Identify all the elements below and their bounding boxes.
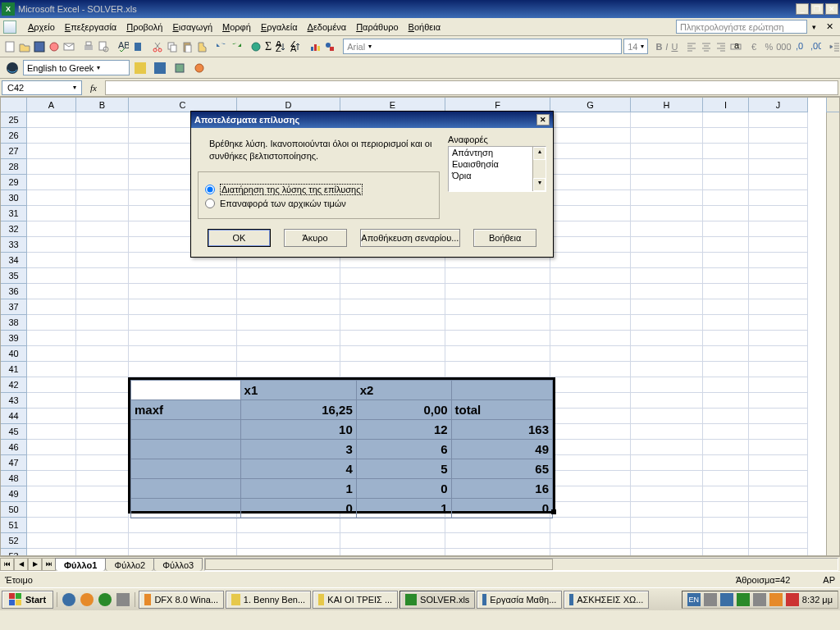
menu-Δεδομένα[interactable]: Δεδομένα (303, 21, 352, 34)
cell[interactable] (129, 362, 237, 377)
sheet-tab-2[interactable]: Φύλλο2 (105, 558, 154, 571)
cell[interactable] (550, 315, 631, 331)
row-header-26[interactable]: 26 (1, 128, 27, 144)
cell[interactable] (340, 362, 445, 377)
decrease-indent-icon[interactable] (829, 38, 840, 56)
cell[interactable] (703, 393, 749, 409)
cell[interactable] (76, 237, 129, 253)
cell[interactable] (27, 206, 76, 221)
fill-handle[interactable] (551, 509, 556, 514)
menu-Προβολή[interactable]: Προβολή (121, 21, 167, 34)
cell[interactable] (749, 284, 808, 299)
cell[interactable] (27, 471, 76, 486)
cell[interactable] (129, 268, 237, 284)
cell[interactable] (703, 409, 749, 424)
cell[interactable] (27, 221, 76, 237)
formula-input[interactable] (105, 80, 838, 95)
permission-icon[interactable] (48, 38, 61, 56)
cell[interactable] (76, 175, 129, 190)
decrease-decimal-icon[interactable]: ,00 (809, 38, 822, 56)
minimize-button[interactable]: _ (796, 3, 809, 15)
copy-icon[interactable] (166, 38, 179, 56)
autosum-icon[interactable]: Σ (264, 38, 272, 56)
row-header-25[interactable]: 25 (1, 112, 27, 128)
column-header-G[interactable]: G (550, 98, 631, 112)
sort-desc-icon[interactable]: ZA (289, 38, 302, 56)
cell[interactable] (749, 455, 808, 471)
cell[interactable] (340, 331, 445, 346)
cell[interactable] (703, 502, 749, 518)
cell[interactable] (703, 315, 749, 331)
restore-values-radio[interactable]: Επαναφορά των αρχικών τιμών (205, 199, 432, 208)
cell[interactable] (703, 190, 749, 206)
cell[interactable] (749, 362, 808, 377)
ask-question-box[interactable]: Πληκτρολογήστε ερώτηση (676, 20, 807, 34)
cell[interactable] (27, 284, 76, 299)
clock[interactable]: 8:32 μμ (802, 595, 833, 605)
cell[interactable] (550, 424, 631, 440)
taskbar-task[interactable]: SOLVER.xls (399, 591, 475, 609)
row-header-38[interactable]: 38 (1, 315, 27, 331)
redo-icon[interactable] (230, 38, 243, 56)
cell[interactable] (76, 206, 129, 221)
currency-icon[interactable]: € (749, 38, 762, 56)
menu-Εργαλεία[interactable]: Εργαλεία (256, 21, 303, 34)
cell[interactable] (76, 112, 129, 128)
row-header-34[interactable]: 34 (1, 253, 27, 268)
format-painter-icon[interactable] (195, 38, 208, 56)
cell[interactable] (550, 175, 631, 190)
new-icon[interactable] (3, 38, 16, 56)
percent-icon[interactable]: % (764, 38, 774, 56)
taskbar-task[interactable]: ΑΣΚΗΣΕΙΣ ΧΩ... (564, 591, 649, 609)
cell[interactable] (76, 533, 129, 549)
row-header-47[interactable]: 47 (1, 455, 27, 471)
cell[interactable] (749, 471, 808, 486)
cell[interactable] (550, 502, 631, 518)
cell[interactable] (631, 549, 703, 556)
cell[interactable] (550, 409, 631, 424)
menu-Παράθυρο[interactable]: Παράθυρο (351, 21, 403, 34)
increase-decimal-icon[interactable]: ,0 (794, 38, 807, 56)
cell[interactable] (749, 159, 808, 175)
list-item[interactable]: Όρια (449, 170, 546, 181)
scroll-up-icon[interactable]: ▴ (533, 147, 546, 160)
align-center-icon[interactable] (700, 38, 713, 56)
cell[interactable] (749, 346, 808, 362)
cell[interactable] (703, 455, 749, 471)
cell[interactable] (703, 253, 749, 268)
cell[interactable] (703, 362, 749, 377)
cell[interactable] (550, 221, 631, 237)
cell[interactable] (749, 175, 808, 190)
sort-asc-icon[interactable]: AZ (274, 38, 287, 56)
cell[interactable] (76, 128, 129, 144)
cell[interactable] (129, 284, 237, 299)
print-icon[interactable] (82, 38, 95, 56)
cell[interactable] (129, 331, 237, 346)
taskbar-task[interactable]: DFX 8.0 Wina... (139, 591, 224, 609)
cell[interactable] (749, 377, 808, 393)
cell[interactable] (550, 284, 631, 299)
cell[interactable] (27, 518, 76, 533)
cell[interactable] (27, 377, 76, 393)
cell[interactable] (631, 502, 703, 518)
cell[interactable] (749, 221, 808, 237)
dialog-title-bar[interactable]: Αποτελέσματα επίλυσης ✕ (191, 112, 553, 128)
cell[interactable] (749, 486, 808, 502)
cell[interactable] (703, 486, 749, 502)
menu-Εισαγωγή[interactable]: Εισαγωγή (167, 21, 217, 34)
cell[interactable] (749, 409, 808, 424)
tray-icon[interactable] (786, 593, 799, 606)
cell[interactable] (631, 159, 703, 175)
cell[interactable] (27, 393, 76, 409)
cell[interactable] (27, 268, 76, 284)
row-header-40[interactable]: 40 (1, 346, 27, 362)
list-item[interactable]: Απάντηση (449, 147, 546, 158)
row-header-49[interactable]: 49 (1, 486, 27, 502)
cell[interactable] (631, 206, 703, 221)
tray-icon[interactable] (737, 593, 750, 606)
cell[interactable] (550, 549, 631, 556)
cell[interactable] (76, 253, 129, 268)
cell[interactable] (631, 409, 703, 424)
cell[interactable] (550, 393, 631, 409)
cell[interactable] (703, 518, 749, 533)
